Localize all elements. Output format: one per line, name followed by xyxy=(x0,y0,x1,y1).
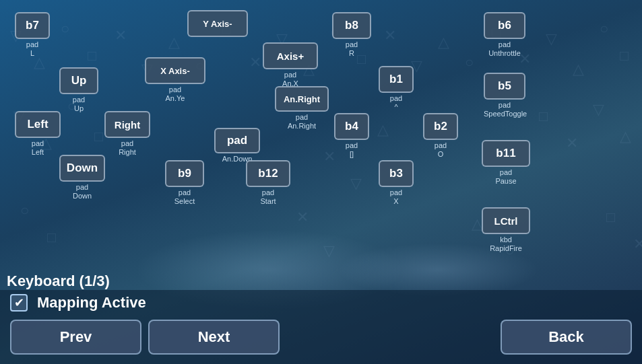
key-b4[interactable]: b4 xyxy=(334,113,369,140)
mapping-active-label: Mapping Active xyxy=(37,294,146,312)
next-button[interactable]: Next xyxy=(148,320,280,355)
key-b11[interactable]: b11 xyxy=(482,140,530,167)
key-b2[interactable]: b2 xyxy=(423,113,458,140)
key-b8[interactable]: b8 xyxy=(332,12,371,39)
key-label-b3: padX xyxy=(379,188,414,206)
key-an-down[interactable]: pad xyxy=(214,128,260,153)
key-label-an-right: padAn.Right xyxy=(275,113,329,131)
key-label-b4: pad[] xyxy=(334,141,369,159)
key-label-b1: pad^ xyxy=(379,94,414,112)
key-label-up: padUp xyxy=(59,96,98,113)
key-label-b2: padO xyxy=(423,141,458,159)
key-b9[interactable]: b9 xyxy=(165,160,204,187)
back-button[interactable]: Back xyxy=(501,320,632,355)
key-down[interactable]: Down xyxy=(59,155,105,182)
key-label-b7: padL xyxy=(15,40,50,58)
key-lctrl[interactable]: LCtrl xyxy=(482,207,530,234)
key-b12[interactable]: b12 xyxy=(246,160,290,187)
key-x-axis-minus[interactable]: X Axis- xyxy=(145,57,205,84)
mapping-active-checkbox[interactable]: ✔ xyxy=(10,294,28,312)
key-b1[interactable]: b1 xyxy=(379,66,414,93)
key-y-axis[interactable]: Y Axis- xyxy=(187,10,248,37)
key-label-b6: padUnthrottle xyxy=(484,40,525,58)
key-label-b9: padSelect xyxy=(165,188,204,206)
key-right[interactable]: Right xyxy=(104,111,150,138)
key-label-down: padDown xyxy=(59,183,105,201)
key-an-right[interactable]: An.Right xyxy=(275,86,329,112)
key-label-b11: padPause xyxy=(482,168,530,186)
key-label-lctrl: kbdRapidFire xyxy=(482,235,530,253)
key-b5[interactable]: b5 xyxy=(484,73,525,100)
key-label-x-axis-minus: padAn.Ye xyxy=(145,85,205,103)
key-label-b5: padSpeedToggle xyxy=(484,101,525,118)
key-left[interactable]: Left xyxy=(15,111,61,138)
key-b6[interactable]: b6 xyxy=(484,12,525,39)
prev-button[interactable]: Prev xyxy=(10,320,141,355)
key-label-b12: padStart xyxy=(246,188,290,206)
key-b7[interactable]: b7 xyxy=(15,12,50,39)
keyboard-title: Keyboard (1/3) xyxy=(7,272,110,290)
key-label-b8: padR xyxy=(332,40,371,58)
key-label-left: padLeft xyxy=(15,139,61,157)
key-x-axis-plus[interactable]: Axis+ xyxy=(263,42,318,69)
key-b3[interactable]: b3 xyxy=(379,160,414,187)
key-label-right: padRight xyxy=(104,139,150,157)
key-up[interactable]: Up xyxy=(59,67,98,94)
